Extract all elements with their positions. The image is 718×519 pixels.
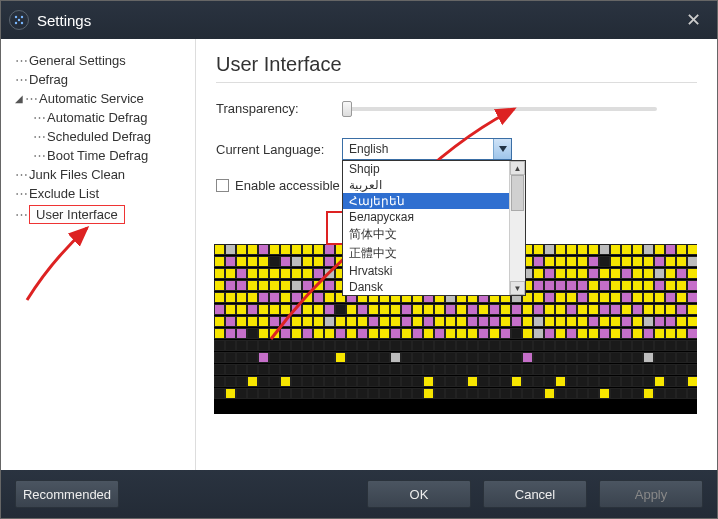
mosaic-cell xyxy=(654,364,665,375)
mosaic-cell xyxy=(214,268,225,279)
accessible-label: Enable accessible xyxy=(235,178,340,193)
language-option[interactable]: Shqip xyxy=(343,161,509,177)
mosaic-cell xyxy=(291,316,302,327)
mosaic-cell xyxy=(544,328,555,339)
language-option[interactable]: 简体中文 xyxy=(343,225,509,244)
mosaic-cell xyxy=(544,364,555,375)
scroll-thumb[interactable] xyxy=(511,175,524,211)
mosaic-cell xyxy=(412,340,423,351)
mosaic-cell xyxy=(390,328,401,339)
transparency-label: Transparency: xyxy=(216,101,342,116)
mosaic-cell xyxy=(566,244,577,255)
mosaic-cell xyxy=(665,256,676,267)
tree-item-junk-files-clean[interactable]: ⋯Junk Files Clean xyxy=(15,165,195,184)
mosaic-cell xyxy=(654,268,665,279)
mosaic-cell xyxy=(610,340,621,351)
scroll-down-icon[interactable]: ▼ xyxy=(510,281,525,295)
language-option[interactable]: 正體中文 xyxy=(343,244,509,263)
tree-item-exclude-list[interactable]: ⋯Exclude List xyxy=(15,184,195,203)
language-dropdown[interactable]: ShqipالعربيةՀայերենБеларуская简体中文正體中文Hrv… xyxy=(342,160,526,296)
tree-item-user-interface[interactable]: ⋯User Interface xyxy=(15,203,195,226)
tree-item-automatic-defrag[interactable]: ⋯Automatic Defrag xyxy=(15,108,195,127)
mosaic-cell xyxy=(533,376,544,387)
mosaic-cell xyxy=(555,328,566,339)
tree-item-defrag[interactable]: ⋯Defrag xyxy=(15,70,195,89)
mosaic-cell xyxy=(214,244,225,255)
mosaic-cell xyxy=(621,256,632,267)
mosaic-cell xyxy=(291,268,302,279)
mosaic-cell xyxy=(357,364,368,375)
mosaic-cell xyxy=(676,244,687,255)
mosaic-cell xyxy=(258,340,269,351)
mosaic-cell xyxy=(214,304,225,315)
mosaic-cell xyxy=(599,304,610,315)
mosaic-cell xyxy=(236,280,247,291)
mosaic-cell xyxy=(269,388,280,399)
app-logo-icon xyxy=(9,10,29,30)
apply-button[interactable]: Apply xyxy=(599,480,703,508)
mosaic-cell xyxy=(676,328,687,339)
mosaic-cell xyxy=(610,244,621,255)
mosaic-cell xyxy=(291,292,302,303)
mosaic-cell xyxy=(489,316,500,327)
mosaic-cell xyxy=(577,388,588,399)
mosaic-cell xyxy=(610,376,621,387)
mosaic-cell xyxy=(280,364,291,375)
close-icon[interactable]: ✕ xyxy=(678,5,709,35)
chevron-down-icon[interactable] xyxy=(493,139,511,159)
ok-button[interactable]: OK xyxy=(367,480,471,508)
tree-item-automatic-service[interactable]: ◢⋯Automatic Service xyxy=(15,89,195,108)
mosaic-cell xyxy=(258,244,269,255)
mosaic-cell xyxy=(368,304,379,315)
scroll-up-icon[interactable]: ▲ xyxy=(510,161,525,175)
mosaic-cell xyxy=(489,304,500,315)
language-option[interactable]: العربية xyxy=(343,177,509,193)
accessible-checkbox[interactable] xyxy=(216,179,229,192)
mosaic-cell xyxy=(401,352,412,363)
dropdown-scrollbar[interactable]: ▲ ▼ xyxy=(509,161,525,295)
cancel-button[interactable]: Cancel xyxy=(483,480,587,508)
mosaic-cell xyxy=(225,376,236,387)
tree-item-scheduled-defrag[interactable]: ⋯Scheduled Defrag xyxy=(15,127,195,146)
tree-item-boot-time-defrag[interactable]: ⋯Boot Time Defrag xyxy=(15,146,195,165)
mosaic-cell xyxy=(687,268,697,279)
mosaic-cell xyxy=(247,328,258,339)
mosaic-cell xyxy=(566,376,577,387)
mosaic-cell xyxy=(665,304,676,315)
mosaic-cell xyxy=(269,316,280,327)
language-option[interactable]: Dansk xyxy=(343,279,509,295)
tree-item-general-settings[interactable]: ⋯General Settings xyxy=(15,51,195,70)
language-option[interactable]: Hrvatski xyxy=(343,263,509,279)
settings-tree: ⋯General Settings⋯Defrag◢⋯Automatic Serv… xyxy=(1,39,196,470)
slider-thumb[interactable] xyxy=(342,101,352,117)
mosaic-cell xyxy=(412,316,423,327)
mosaic-cell xyxy=(313,256,324,267)
mosaic-cell xyxy=(632,376,643,387)
mosaic-cell xyxy=(555,304,566,315)
mosaic-cell xyxy=(247,280,258,291)
tree-item-label: User Interface xyxy=(29,205,125,224)
mosaic-cell xyxy=(643,304,654,315)
mosaic-cell xyxy=(478,376,489,387)
language-option[interactable]: Беларуская xyxy=(343,209,509,225)
mosaic-cell xyxy=(610,328,621,339)
expander-icon[interactable]: ◢ xyxy=(15,93,23,104)
mosaic-cell xyxy=(324,244,335,255)
mosaic-cell xyxy=(511,316,522,327)
mosaic-cell xyxy=(291,256,302,267)
mosaic-cell xyxy=(588,328,599,339)
mosaic-cell xyxy=(544,280,555,291)
mosaic-cell xyxy=(214,316,225,327)
mosaic-cell xyxy=(368,316,379,327)
language-option[interactable]: Հայերեն xyxy=(343,193,509,209)
recommended-button[interactable]: Recommended xyxy=(15,480,119,508)
mosaic-cell xyxy=(269,340,280,351)
mosaic-cell xyxy=(654,316,665,327)
mosaic-cell xyxy=(533,364,544,375)
tree-item-label: Exclude List xyxy=(29,186,99,201)
mosaic-cell xyxy=(533,244,544,255)
mosaic-cell xyxy=(478,388,489,399)
language-combobox[interactable]: English ShqipالعربيةՀայերենБеларуская简体中… xyxy=(342,138,512,160)
transparency-slider[interactable] xyxy=(342,107,657,111)
mosaic-cell xyxy=(588,316,599,327)
